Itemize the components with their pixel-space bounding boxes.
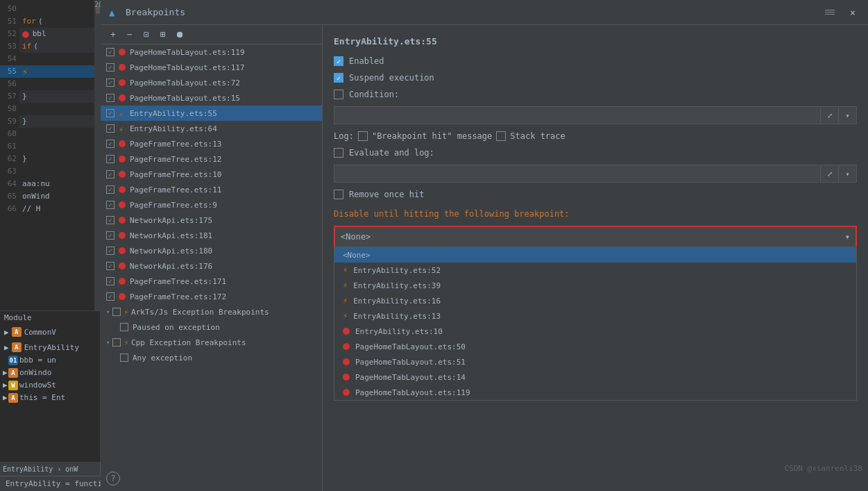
bp-list: PageHomeTabLayout.ets:119 PageHomeTabLay… (101, 44, 322, 466)
bp-item-paused-on-exception[interactable]: Paused on exception (101, 319, 322, 335)
remove-once-label: Remove once hit (349, 190, 424, 199)
dropdown-item-pagehometab-14[interactable]: PageHomeTabLayout.ets:14 (334, 369, 856, 385)
breakpoints-dialog: ▲ Breakpoints × + − ⊡ ⊞ ⏺ P (101, 0, 868, 491)
evaluate-input[interactable] (334, 165, 821, 183)
dropdown-item-entryability-52[interactable]: ⚡ EntryAbility.ets:52 (334, 263, 856, 278)
enabled-checkbox[interactable] (334, 56, 343, 66)
bp-red-dot (119, 140, 126, 147)
dropdown-item-entryability-39[interactable]: ⚡ EntryAbility.ets:39 (334, 278, 856, 293)
bp-item-pageframetree-10[interactable]: PageFrameTree.ets:10 (101, 167, 322, 182)
remove-once-row: Remove once hit (334, 190, 857, 199)
bp-checkbox[interactable] (106, 48, 114, 56)
dropdown-selected[interactable]: <None> ▾ (335, 227, 856, 247)
bp-red-dot (119, 49, 126, 56)
bp-red-dot (119, 201, 126, 208)
exception-icon: ⚡ (343, 281, 348, 290)
log-message-label: "Breakpoint hit" message (372, 131, 492, 141)
condition-dropdown-button[interactable]: ▾ (839, 106, 857, 124)
bp-item-pageframetree-13[interactable]: PageFrameTree.ets:13 (101, 136, 322, 151)
remove-breakpoint-button[interactable]: − (123, 28, 137, 42)
bp-checkbox[interactable] (106, 247, 114, 255)
dropdown-item-entryability-16[interactable]: ⚡ EntryAbility.ets:16 (334, 293, 856, 308)
dropdown-item-entryability-13[interactable]: ⚡ EntryAbility.ets:13 (334, 308, 856, 324)
bp-checkbox[interactable] (106, 94, 114, 102)
bp-item-networkapi-176[interactable]: NetworkApi.ets:176 (101, 258, 322, 274)
arkts-section-checkbox[interactable] (112, 308, 121, 316)
bp-item-networkapi-181[interactable]: NetworkApi.ets:181 (101, 228, 322, 243)
bp-item-entryability-64[interactable]: ⚡ EntryAbility.ets:64 (101, 121, 322, 136)
record-breakpoints-button[interactable]: ⏺ (173, 28, 187, 42)
bp-checkbox[interactable] (106, 292, 114, 301)
bp-checkbox[interactable] (106, 63, 114, 72)
var-item-this[interactable]: ▶ A this = Ent (0, 392, 100, 404)
bp-checkbox[interactable] (106, 140, 114, 148)
add-breakpoint-button[interactable]: + (106, 28, 120, 42)
filter-breakpoints-button[interactable]: ⊞ (156, 28, 170, 42)
bp-item-pageframetree-172[interactable]: PageFrameTree.ets:172 (101, 289, 322, 304)
bp-checkbox[interactable] (106, 78, 114, 87)
stack-trace-checkbox[interactable] (496, 131, 506, 141)
common-module-item[interactable]: ▶ A CommonV (0, 324, 101, 340)
bp-item-entryability-55[interactable]: ⚡ EntryAbility.ets:55 (101, 106, 322, 121)
bp-item-networkapi-180[interactable]: NetworkApi.ets:180 (101, 243, 322, 258)
close-button[interactable]: × (846, 6, 860, 19)
hamburger-menu[interactable] (825, 10, 835, 15)
bp-checkbox[interactable] (106, 216, 114, 224)
remove-once-checkbox[interactable] (334, 190, 343, 199)
bp-checkbox[interactable] (106, 185, 114, 194)
bp-item-any-exception[interactable]: Any exception (101, 350, 322, 365)
chevron-down-icon: ▾ (845, 232, 850, 242)
breakpoints-list-panel: + − ⊡ ⊞ ⏺ PageHomeTabLayout.ets:119 Page… (101, 25, 323, 491)
evaluate-expand-button[interactable]: ⤢ (821, 165, 839, 183)
condition-checkbox[interactable] (334, 90, 343, 99)
bp-checkbox[interactable] (106, 170, 114, 178)
bp-checkbox[interactable] (106, 262, 114, 270)
bp-item-pageframetree-9[interactable]: PageFrameTree.ets:9 (101, 197, 322, 213)
view-breakpoints-button[interactable]: ⊡ (139, 28, 153, 42)
evaluate-dropdown-button[interactable]: ▾ (839, 165, 857, 183)
disable-until-dropdown[interactable]: <None> ▾ <None> ⚡ EntryAbility.ets:52 ⚡ … (334, 226, 857, 248)
condition-expand-button[interactable]: ⤢ (821, 106, 839, 124)
dropdown-item-pagehometab-50[interactable]: PageHomeTabLayout.ets:50 (334, 339, 856, 354)
dropdown-item-pagehometab-119[interactable]: PageHomeTabLayout.ets:119 (334, 385, 856, 400)
bp-item-pageframetree-11[interactable]: PageFrameTree.ets:11 (101, 182, 322, 197)
bp-red-dot (119, 156, 126, 163)
cpp-section-checkbox[interactable] (112, 338, 121, 347)
bp-checkbox[interactable] (106, 155, 114, 163)
module-label: Module (0, 310, 101, 324)
var-item-onwindow[interactable]: ▶ A onWindo (0, 367, 100, 379)
dropdown-item-entryability-10[interactable]: EntryAbility.ets:10 (334, 324, 856, 339)
bp-item-pageframetree-171[interactable]: PageFrameTree.ets:171 (101, 274, 322, 289)
log-message-checkbox[interactable] (358, 131, 368, 141)
bp-item-pagehometab-15[interactable]: PageHomeTabLayout.ets:15 (101, 90, 322, 106)
bp-item-pagehometab-119[interactable]: PageHomeTabLayout.ets:119 (101, 44, 322, 60)
bp-red-dot (119, 232, 126, 239)
var-item-bbb[interactable]: 01 bbb = un (0, 354, 100, 367)
suspend-label: Suspend execution (349, 73, 434, 83)
condition-label: Condition: (349, 90, 399, 99)
cpp-section-header[interactable]: ▾ ⚡ Cpp Exception Breakpoints (101, 335, 322, 350)
bp-checkbox[interactable] (106, 231, 114, 240)
var-icon-this: A (8, 393, 18, 403)
evaluate-checkbox[interactable] (334, 148, 343, 158)
bp-checkbox-paused[interactable] (120, 323, 128, 331)
suspend-checkbox[interactable] (334, 73, 343, 83)
bp-checkbox[interactable] (106, 109, 114, 117)
suspend-row: Suspend execution (334, 73, 857, 83)
evaluate-row: Evaluate and log: (334, 148, 857, 158)
help-button[interactable]: ? (106, 472, 120, 485)
bp-checkbox-any-exception[interactable] (120, 353, 128, 362)
bp-item-pageframetree-12[interactable]: PageFrameTree.ets:12 (101, 151, 322, 167)
condition-input[interactable] (334, 106, 821, 124)
bp-checkbox[interactable] (106, 201, 114, 209)
arkts-section-header[interactable]: ▾ ⚡ ArkTs/Js Exception Breakpoints (101, 304, 322, 319)
bp-item-networkapi-175[interactable]: NetworkApi.ets:175 (101, 213, 322, 228)
entry-ability-module-item[interactable]: ▶ A EntryAbility (0, 340, 101, 355)
bp-item-pagehometab-72[interactable]: PageHomeTabLayout.ets:72 (101, 75, 322, 90)
dropdown-item-none[interactable]: <None> (334, 247, 856, 263)
bp-item-pagehometab-117[interactable]: PageHomeTabLayout.ets:117 (101, 60, 322, 75)
bp-checkbox[interactable] (106, 124, 114, 133)
dropdown-item-pagehometab-51[interactable]: PageHomeTabLayout.ets:51 (334, 354, 856, 369)
var-item-windowst[interactable]: ▶ W windowSt (0, 379, 100, 392)
bp-checkbox[interactable] (106, 277, 114, 285)
